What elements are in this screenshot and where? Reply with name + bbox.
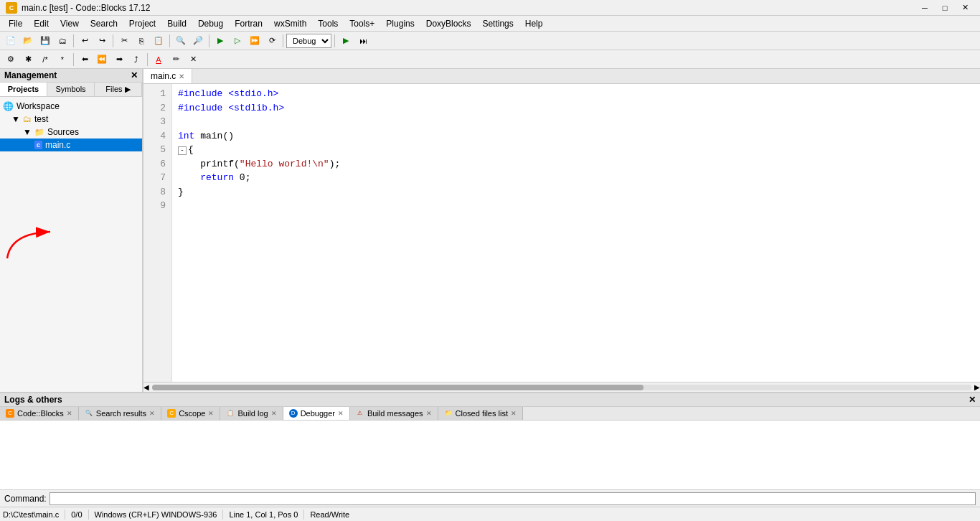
workspace-label: Workspace: [17, 101, 60, 111]
tab-build-messages-close[interactable]: ✕: [426, 410, 432, 417]
tab-build-log[interactable]: 📋 Build log ✕: [220, 407, 283, 420]
menu-item-build[interactable]: Build: [161, 17, 192, 30]
t2-btn3[interactable]: /*: [37, 52, 53, 67]
cut-btn[interactable]: ✂: [116, 33, 132, 49]
build-log-icon: 📋: [226, 409, 235, 418]
tab-files[interactable]: Files ▶: [95, 83, 142, 96]
command-input[interactable]: [50, 492, 976, 505]
menu-item-search[interactable]: Search: [85, 17, 123, 30]
search-btn[interactable]: 🔍: [173, 33, 189, 49]
bottom-tabs: C Code::Blocks ✕ 🔍 Search results ✕ C Cs…: [0, 407, 980, 421]
status-lineinfo: Line 1, Col 1, Pos 0: [229, 510, 298, 519]
tab-projects[interactable]: Projects: [0, 83, 47, 96]
menu-item-file[interactable]: File: [3, 17, 28, 30]
t2-mark[interactable]: ✏: [168, 52, 184, 67]
undo-btn[interactable]: ↩: [77, 33, 93, 49]
minimize-button[interactable]: ─: [915, 1, 934, 14]
editor-tab-mainc[interactable]: main.c ✕: [143, 69, 192, 83]
t2-btn2[interactable]: ✱: [20, 52, 36, 67]
status-sep3: [222, 510, 223, 520]
menu-item-project[interactable]: Project: [123, 17, 161, 30]
redo-btn[interactable]: ↪: [94, 33, 110, 49]
stop-btn[interactable]: ⟳: [264, 33, 280, 49]
t2-btn5[interactable]: ⬅: [77, 52, 93, 67]
new-btn[interactable]: 📄: [3, 33, 19, 49]
menu-item-edit[interactable]: Edit: [28, 17, 55, 30]
sep6: [334, 34, 335, 47]
menu-item-help[interactable]: Help: [519, 17, 549, 30]
tree-sources[interactable]: ▼ 📁 Sources: [0, 126, 142, 139]
closed-files-icon: 📁: [444, 409, 453, 418]
copy-btn[interactable]: ⎘: [133, 33, 149, 49]
tab-cscope[interactable]: C Cscope ✕: [161, 407, 220, 420]
code-editor[interactable]: 1 2 3 4 5 6 7 8 9 #include <stdio.h> #in…: [143, 84, 980, 382]
tab-build-messages[interactable]: ⚠ Build messages ✕: [350, 407, 438, 420]
menu-item-tools[interactable]: Tools: [312, 17, 344, 30]
menu-item-debug[interactable]: Debug: [192, 17, 229, 30]
config-dropdown[interactable]: DebugDebug: [286, 34, 331, 48]
tree-mainc[interactable]: c main.c: [0, 139, 142, 151]
sidebar-close-icon[interactable]: ✕: [131, 70, 138, 80]
code-content[interactable]: #include <stdio.h> #include <stdlib.h> i…: [172, 84, 980, 382]
file-icon: c: [34, 141, 42, 149]
tab-build-log-close[interactable]: ✕: [271, 410, 277, 417]
maximize-button[interactable]: □: [936, 1, 954, 14]
scroll-left[interactable]: ◀: [143, 383, 149, 391]
t2-clear[interactable]: ✕: [185, 52, 201, 67]
t2-btn1[interactable]: ⚙: [3, 52, 19, 67]
menu-item-tools+[interactable]: Tools+: [344, 17, 380, 30]
status-sep1: [65, 510, 65, 520]
sidebar-content: 🌐 Workspace ▼ 🗂 test ▼ 📁 Sources c main.…: [0, 97, 142, 392]
expand-icon2: ▼: [23, 127, 32, 137]
menu-item-doxyblocks[interactable]: DoxyBlocks: [420, 17, 477, 30]
build-run-btn[interactable]: ⏩: [247, 33, 263, 49]
toolbar2: ⚙ ✱ /* * ⬅ ⏪ ➡ ⤴ A ✏ ✕: [0, 50, 980, 69]
open-btn[interactable]: 📂: [20, 33, 36, 49]
scroll-thumb[interactable]: [152, 385, 644, 390]
menu-item-fortran[interactable]: Fortran: [229, 17, 268, 30]
bottom-panel-close-icon[interactable]: ✕: [969, 395, 976, 405]
status-pos1: 0/0: [71, 510, 82, 519]
replace-btn[interactable]: 🔎: [190, 33, 206, 49]
tab-codeblocks-close[interactable]: ✕: [67, 410, 72, 417]
tab-search-results[interactable]: 🔍 Search results ✕: [79, 407, 161, 420]
t2-btn8[interactable]: ⤴: [128, 52, 144, 67]
debug-btn[interactable]: ▶: [338, 33, 354, 49]
project-icon: 🗂: [23, 114, 32, 124]
menu-item-plugins[interactable]: Plugins: [380, 17, 420, 30]
toolbar1: 📄 📂 💾 🗂 ↩ ↪ ✂ ⎘ 📋 🔍 🔎 ▶ ▷ ⏩ ⟳ DebugDebug…: [0, 32, 980, 50]
paste-btn[interactable]: 📋: [151, 33, 166, 49]
menu-item-wxsmith[interactable]: wxSmith: [268, 17, 312, 30]
tab-closed-files[interactable]: 📁 Closed files list ✕: [438, 407, 523, 420]
scroll-track[interactable]: [152, 385, 971, 390]
t2-btn6[interactable]: ⏪: [94, 52, 110, 67]
menu-item-view[interactable]: View: [55, 17, 85, 30]
close-button[interactable]: ✕: [956, 1, 974, 14]
tab-debugger-close[interactable]: ✕: [338, 410, 344, 417]
tree-project[interactable]: ▼ 🗂 test: [0, 113, 142, 126]
tab-search-results-label: Search results: [96, 409, 146, 418]
tab-codeblocks[interactable]: C Code::Blocks ✕: [0, 407, 79, 420]
tab-cscope-close[interactable]: ✕: [208, 410, 214, 417]
tab-symbols[interactable]: Symbols: [47, 83, 95, 96]
step-btn[interactable]: ⏭: [355, 33, 371, 49]
tab-debugger[interactable]: D Debugger ✕: [283, 407, 350, 420]
tab-closed-files-close[interactable]: ✕: [511, 410, 517, 417]
t2-btn7[interactable]: ➡: [111, 52, 127, 67]
t2-highlight[interactable]: A: [151, 52, 166, 67]
scroll-right[interactable]: ▶: [974, 383, 980, 391]
editor-tab-close[interactable]: ✕: [179, 72, 184, 80]
build-btn[interactable]: ▶: [212, 33, 228, 49]
editor-scrollbar[interactable]: ◀ ▶: [143, 382, 980, 392]
sep1: [73, 34, 74, 47]
t2-btn4[interactable]: *: [55, 52, 70, 67]
menu-item-settings[interactable]: Settings: [476, 17, 519, 30]
tab-search-results-close[interactable]: ✕: [149, 410, 155, 417]
t2sep2: [147, 53, 148, 66]
editor-tabs: main.c ✕: [143, 69, 980, 84]
tree-workspace[interactable]: 🌐 Workspace: [0, 100, 142, 113]
run-btn[interactable]: ▷: [230, 33, 245, 49]
project-label: test: [34, 114, 48, 124]
save-btn[interactable]: 💾: [37, 33, 53, 49]
save-all-btn[interactable]: 🗂: [55, 33, 70, 49]
